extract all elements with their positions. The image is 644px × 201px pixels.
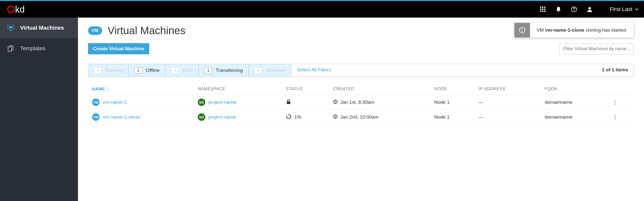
- svg-point-14: [588, 7, 591, 10]
- filter-label: Unknown: [266, 68, 286, 73]
- svg-rect-16: [9, 26, 13, 28]
- help-icon[interactable]: [571, 6, 577, 12]
- filter-input[interactable]: [559, 43, 634, 54]
- user-name: First Last: [610, 6, 632, 13]
- table-row: VMvm-name-1NSproject-nameJan 1st, 8:30am…: [88, 95, 634, 110]
- svg-rect-8: [540, 11, 541, 12]
- svg-rect-3: [542, 7, 543, 8]
- templates-icon: [7, 45, 15, 52]
- kebab-menu[interactable]: ⋮: [612, 114, 618, 120]
- main-content: VM vm-name-1-clone cloning has started. …: [78, 18, 644, 201]
- ip-text: —: [475, 110, 541, 125]
- filter-count: 1: [134, 67, 142, 74]
- svg-rect-18: [8, 47, 12, 51]
- node-text: Node 1: [430, 95, 475, 110]
- svg-rect-2: [540, 7, 541, 8]
- ns-link[interactable]: project-name: [208, 99, 236, 105]
- created-text: Jan 2nd, 10:00am: [340, 114, 378, 120]
- filter-chip-offline[interactable]: 1Offline: [129, 64, 165, 77]
- select-all-filters[interactable]: Select All Filters: [291, 64, 336, 77]
- svg-text:kd: kd: [15, 4, 25, 14]
- toast-notification: VM vm-name-1-clone cloning has started.: [514, 23, 634, 38]
- svg-rect-4: [544, 7, 545, 8]
- vm-badge-icon: VM: [92, 113, 100, 121]
- filter-label: Transitioning: [216, 68, 243, 73]
- sort-down-icon: ↓: [107, 86, 109, 91]
- fqdn-text: domainname: [541, 110, 608, 125]
- page-title: Virtual Machines: [108, 25, 186, 37]
- sidebar: Virtual Machines Templates: [0, 18, 78, 201]
- svg-point-13: [574, 10, 574, 11]
- col-created[interactable]: CREATED: [329, 83, 430, 95]
- globe-icon: [333, 99, 338, 105]
- user-menu[interactable]: First Last: [610, 6, 638, 13]
- filter-count: 0: [171, 67, 179, 74]
- filter-count: 0: [94, 67, 102, 74]
- kebab-menu[interactable]: ⋮: [612, 99, 618, 105]
- col-fqdn[interactable]: FQDN: [541, 83, 608, 95]
- svg-point-11: [558, 11, 559, 12]
- fqdn-text: domainname: [541, 95, 608, 110]
- ns-badge-icon: NS: [198, 113, 205, 121]
- filter-bar: 0Running1Offline0Error1Transitioning0Unk…: [88, 64, 634, 77]
- status-percent: 1%: [294, 114, 301, 120]
- sidebar-label: Templates: [20, 45, 45, 52]
- svg-rect-5: [540, 9, 541, 10]
- svg-rect-9: [542, 11, 543, 12]
- filter-label: Error: [182, 68, 193, 73]
- status-cell: [286, 99, 325, 106]
- chevron-down-icon: [635, 8, 638, 11]
- filter-count: 1: [204, 67, 212, 74]
- filter-chip-unknown[interactable]: 0Unknown: [249, 64, 292, 77]
- filter-chip-transitioning[interactable]: 1Transitioning: [199, 64, 249, 77]
- vm-icon: [7, 24, 15, 32]
- table-row: VMvm-name-1-cloneNSproject-name1%Jan 2nd…: [88, 110, 634, 125]
- topbar: kd: [0, 1, 644, 18]
- vm-table: NAME↓ NAMESPACE STATUS CREATED NODE IP A…: [88, 83, 634, 125]
- vm-link[interactable]: vm-name-1-clone: [103, 114, 140, 120]
- svg-point-0: [8, 6, 14, 13]
- created-text: Jan 1st, 8:30am: [340, 99, 374, 105]
- filter-chip-running[interactable]: 0Running: [88, 64, 129, 77]
- sidebar-item-templates[interactable]: Templates: [0, 38, 78, 59]
- svg-rect-6: [542, 9, 543, 10]
- apps-icon[interactable]: [540, 6, 546, 12]
- filter-label: Offline: [146, 68, 160, 73]
- svg-rect-22: [287, 102, 290, 104]
- col-name[interactable]: NAME↓: [88, 83, 194, 95]
- col-status[interactable]: STATUS: [282, 83, 329, 95]
- col-node[interactable]: NODE: [430, 83, 475, 95]
- page-badge: VM: [88, 26, 102, 35]
- svg-point-20: [522, 29, 522, 29]
- sidebar-item-virtual-machines[interactable]: Virtual Machines: [0, 18, 78, 38]
- vm-badge-icon: VM: [92, 98, 100, 106]
- info-icon: [514, 23, 530, 37]
- ns-link[interactable]: project-name: [208, 114, 236, 120]
- filter-chip-error[interactable]: 0Error: [165, 64, 199, 77]
- filter-count: 0: [254, 67, 262, 74]
- filter-label: Running: [105, 68, 123, 73]
- col-ip[interactable]: IP ADDRESS: [475, 83, 541, 95]
- user-icon[interactable]: [587, 6, 593, 12]
- ns-badge-icon: NS: [198, 98, 205, 106]
- col-namespace[interactable]: NAMESPACE: [194, 83, 282, 95]
- globe-icon: [333, 114, 338, 120]
- svg-rect-10: [544, 11, 545, 12]
- lock-icon: [286, 99, 291, 106]
- svg-rect-7: [544, 9, 545, 10]
- sidebar-label: Virtual Machines: [20, 25, 64, 31]
- node-text: Node 1: [430, 110, 475, 125]
- bell-icon[interactable]: [555, 6, 561, 12]
- brand-logo[interactable]: kd: [7, 4, 27, 14]
- status-cell: 1%: [286, 114, 325, 121]
- toast-message: VM vm-name-1-clone cloning has started.: [530, 23, 634, 37]
- create-vm-button[interactable]: Create Virtual Machine: [88, 43, 149, 54]
- spinner-icon: [286, 114, 291, 121]
- vm-link[interactable]: vm-name-1: [103, 99, 127, 105]
- ip-text: —: [475, 95, 541, 110]
- item-count: 1 of 1 items: [596, 64, 634, 77]
